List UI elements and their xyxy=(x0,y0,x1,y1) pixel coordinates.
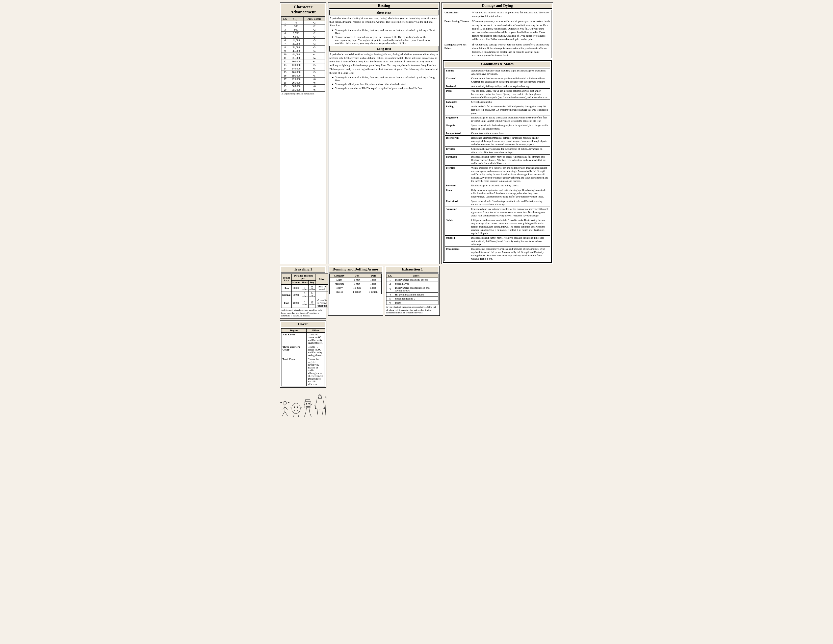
adv-cell-1: 34,000 xyxy=(289,46,304,49)
condition-row: DeafenedAutomatically fail any ability c… xyxy=(444,84,550,89)
adv-cell-1: 120,000 xyxy=(289,63,304,67)
condition-label: Stable xyxy=(444,218,470,236)
svg-line-23 xyxy=(304,414,306,417)
adv-row: 3900+2 xyxy=(281,28,325,32)
condition-row: FallingAt the end of a fall a creature t… xyxy=(444,104,550,116)
exhaustion-effect: Death xyxy=(394,301,438,305)
adv-cell-2: +2 xyxy=(304,32,325,35)
condition-row: DeadYou are dead. Sorry. You've got a co… xyxy=(444,89,550,100)
travel-pace: Normal xyxy=(281,291,291,298)
travel-hour: 3 miles xyxy=(301,291,309,298)
cover-row: Total CoverCannot be targeted directly b… xyxy=(281,357,325,386)
condition-label: Incorporeal xyxy=(444,135,470,147)
condition-text: Speed reduced to 0. Ends when grappler i… xyxy=(470,123,550,131)
monster-4 xyxy=(314,390,326,422)
adv-row: 15165,000+5 xyxy=(281,71,325,74)
donning-don-header: Don xyxy=(349,274,365,278)
exhaustion-row: 1Disadvantage on ability checks xyxy=(386,278,438,282)
long-rest-bullet: ➤You regain the use of abilities, featur… xyxy=(331,76,439,82)
donning-row: Medium 5 min 1 min xyxy=(330,282,382,286)
adv-cell-0: 14 xyxy=(281,67,289,71)
donning-table: Category Don Doff Light 1 min 1 min Medi… xyxy=(330,274,382,294)
adv-cell-0: 2 xyxy=(281,24,289,28)
long-rest-bullet: ➤You regain a number of Hit Die equal to… xyxy=(331,87,439,90)
adv-cell-1: 64,000 xyxy=(289,53,304,56)
travel-row: Fast 400 ft. 4 miles 30 miles -5 penalty… xyxy=(281,298,328,308)
exhaustion-lv: 2 xyxy=(386,282,394,286)
exhaustion-title: Exhaustion 1 xyxy=(386,267,439,272)
adv-row: 19305,000+6 xyxy=(281,85,325,88)
condition-text: You are dead. Sorry. You've got a couple… xyxy=(470,89,550,100)
cover-row: Half CoverGrants +2 bonus to AC and Dext… xyxy=(281,333,325,345)
donning-doff: 1 min xyxy=(365,278,382,282)
donning-category: Heavy xyxy=(330,286,349,290)
exhaustion-effect: Speed reduced to 0 xyxy=(394,297,438,301)
condition-text: Weight increases by a factor of ten and … xyxy=(470,166,550,184)
adv-row: 56,500+3 xyxy=(281,35,325,39)
condition-row: SqueezingConsidered one size category sm… xyxy=(444,207,550,218)
exhaustion-row: 6Death xyxy=(386,301,438,305)
svg-point-6 xyxy=(280,402,282,403)
conditions-table: BlindedAutomatically fail any check requ… xyxy=(444,68,550,261)
long-rest-bullets: ➤You regain the use of abilities, featur… xyxy=(330,76,439,90)
travel-effect: -5 penalty to Passive Perception xyxy=(316,298,328,308)
condition-row: ProneOnly movement option is crawl until… xyxy=(444,188,550,199)
svg-point-16 xyxy=(306,403,307,404)
exhaustion-effect: Speed halved xyxy=(394,282,438,286)
condition-text: Resistance against nonmagical damage; ta… xyxy=(470,135,550,147)
resting-panel: Resting Short Rest A period of downtime … xyxy=(328,2,440,264)
adv-cell-2: +6 xyxy=(304,77,325,81)
adv-cell-2: +4 xyxy=(304,60,325,63)
donning-panel: Donning and Doffing Armor Category Don D… xyxy=(328,266,383,316)
condition-text: At the end of a fall a creature takes 1d… xyxy=(470,104,550,116)
damage-dying-title: Damage and Dying xyxy=(443,3,552,9)
short-rest-bullets: ➤You regain the use of abilities, featur… xyxy=(330,29,439,45)
condition-row: PoisonedDisadvantage on attack rolls and… xyxy=(444,184,550,188)
adv-cell-1: 300 xyxy=(289,24,304,28)
adv-row: 12100,000+4 xyxy=(281,60,325,63)
adv-cell-2: +3 xyxy=(304,39,325,42)
donning-row: Heavy 10 min 5 min xyxy=(330,286,382,290)
travel-pace: Slow xyxy=(281,285,291,291)
condition-label: Deafened xyxy=(444,84,470,89)
svg-line-31 xyxy=(317,409,318,415)
svg-line-4 xyxy=(282,411,285,416)
travel-day: 24 miles xyxy=(309,291,316,298)
condition-text: Incapacitated, cannot move or speak, and… xyxy=(470,247,550,261)
adv-row: 1064,000+4 xyxy=(281,53,325,56)
condition-text: Cannot take actions or reactions. xyxy=(470,131,550,135)
exhaustion-row: 3Disadvantage on attack rolls and saving… xyxy=(386,286,438,293)
short-rest-subtitle: Short Rest xyxy=(330,10,439,15)
adv-cell-0: 20 xyxy=(281,88,289,92)
damage-text: Whenever you start your turn with zero h… xyxy=(471,19,552,42)
adv-cell-1: 900 xyxy=(289,28,304,32)
condition-text: 0 hit points and unconscious but don't n… xyxy=(470,218,550,236)
conditions-panel: Conditions & States BlindedAutomatically… xyxy=(443,60,552,262)
adv-cell-0: 19 xyxy=(281,85,289,88)
adv-cell-2: +2 xyxy=(304,28,325,32)
adv-cell-2: +3 xyxy=(304,35,325,39)
svg-line-13 xyxy=(294,413,294,417)
cover-title: Cover xyxy=(281,322,325,327)
col-header-prof: Prof. Bonus xyxy=(304,16,325,21)
condition-row: FrightenedDisadvantage on ability checks… xyxy=(444,116,550,123)
adv-cell-2: +6 xyxy=(304,81,325,85)
travel-row: Slow 200 ft. 2 miles 18 miles Able to st… xyxy=(281,285,328,291)
adv-cell-0: 13 xyxy=(281,63,289,67)
long-rest-intro: A period of extended downtime lasting at… xyxy=(330,53,439,75)
long-rest-subtitle: Long Rest xyxy=(330,46,439,52)
condition-label: Incapacitated xyxy=(444,131,470,135)
adv-cell-2: +4 xyxy=(304,53,325,56)
svg-line-11 xyxy=(290,407,292,408)
char-advancement-title: Character Advancement xyxy=(281,3,325,16)
travel-hour: 2 miles xyxy=(301,285,309,291)
adv-row: 20355,000+6 xyxy=(281,88,325,92)
adv-cell-1: 225,000 xyxy=(289,77,304,81)
long-rest-bullet: ➤You regain all of your lost hit points … xyxy=(331,82,439,86)
adv-cell-1: 140,000 xyxy=(289,67,304,71)
bullet-arrow: ➤ xyxy=(331,87,334,90)
condition-label: Poisoned xyxy=(444,184,470,188)
condition-row: IncorporealResistance against nonmagical… xyxy=(444,135,550,147)
damage-label: Damage at zero Hit Points xyxy=(443,42,471,58)
condition-label: Stunned xyxy=(444,236,470,247)
